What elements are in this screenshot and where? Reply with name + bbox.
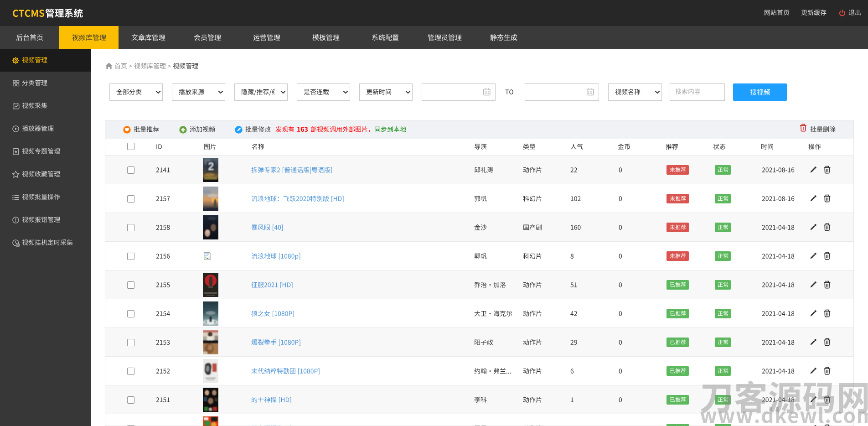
svg-text:2: 2 <box>208 161 214 172</box>
